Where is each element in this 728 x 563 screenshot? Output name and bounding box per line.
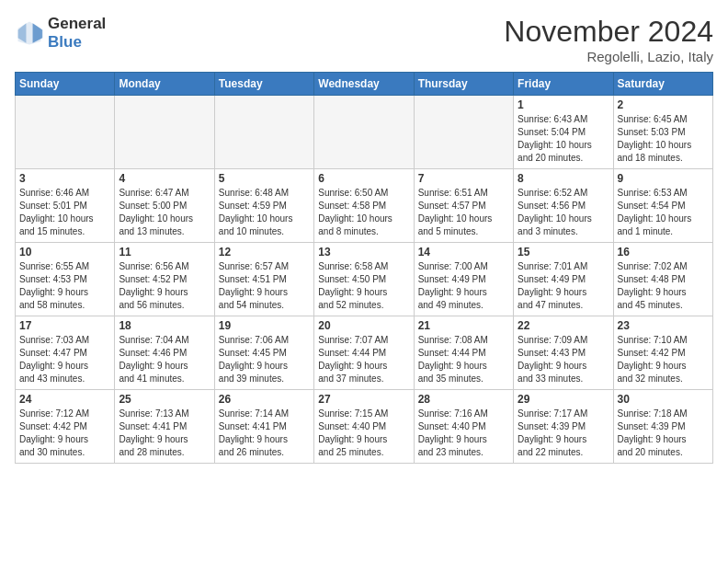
day-number: 7 [418, 172, 509, 185]
day-info: Sunrise: 7:17 AM Sunset: 4:39 PM Dayligh… [518, 408, 609, 459]
calendar-cell: 10Sunrise: 6:55 AM Sunset: 4:53 PM Dayli… [16, 243, 115, 316]
day-number: 13 [318, 246, 409, 259]
day-number: 16 [618, 246, 709, 259]
day-info: Sunrise: 7:12 AM Sunset: 4:42 PM Dayligh… [19, 408, 110, 459]
day-number: 3 [19, 172, 110, 185]
weekday-header-wednesday: Wednesday [314, 73, 414, 96]
day-info: Sunrise: 7:18 AM Sunset: 4:39 PM Dayligh… [618, 408, 709, 459]
logo: General Blue [15, 15, 106, 52]
day-info: Sunrise: 6:48 AM Sunset: 4:59 PM Dayligh… [219, 187, 310, 238]
day-info: Sunrise: 6:45 AM Sunset: 5:03 PM Dayligh… [618, 113, 709, 165]
weekday-header-monday: Monday [115, 73, 214, 96]
title-block: November 2024 Regolelli, Lazio, Italy [504, 15, 713, 64]
weekday-header-thursday: Thursday [414, 73, 513, 96]
logo-text: General Blue [48, 15, 106, 52]
calendar-cell: 23Sunrise: 7:10 AM Sunset: 4:42 PM Dayli… [613, 316, 712, 390]
day-number: 22 [518, 319, 609, 332]
day-info: Sunrise: 7:16 AM Sunset: 4:40 PM Dayligh… [418, 408, 509, 459]
day-info: Sunrise: 7:14 AM Sunset: 4:41 PM Dayligh… [219, 408, 310, 459]
day-number: 11 [119, 246, 210, 259]
weekday-header-sunday: Sunday [16, 73, 115, 96]
weekday-header-row: SundayMondayTuesdayWednesdayThursdayFrid… [16, 73, 713, 96]
day-number: 24 [19, 393, 110, 406]
day-info: Sunrise: 6:52 AM Sunset: 4:56 PM Dayligh… [518, 187, 609, 238]
day-number: 1 [518, 98, 609, 111]
calendar-cell: 28Sunrise: 7:16 AM Sunset: 4:40 PM Dayli… [414, 390, 513, 464]
calendar-cell: 26Sunrise: 7:14 AM Sunset: 4:41 PM Dayli… [214, 390, 313, 464]
calendar-cell: 8Sunrise: 6:52 AM Sunset: 4:56 PM Daylig… [514, 169, 613, 243]
week-row-1: 1Sunrise: 6:43 AM Sunset: 5:04 PM Daylig… [16, 96, 713, 169]
calendar-cell [214, 96, 313, 169]
page-header: General Blue November 2024 Regolelli, La… [15, 15, 713, 64]
day-number: 28 [418, 393, 509, 406]
day-info: Sunrise: 7:00 AM Sunset: 4:49 PM Dayligh… [418, 260, 509, 312]
calendar-cell [414, 96, 513, 169]
calendar-cell: 29Sunrise: 7:17 AM Sunset: 4:39 PM Dayli… [514, 390, 613, 464]
day-info: Sunrise: 7:01 AM Sunset: 4:49 PM Dayligh… [518, 260, 609, 312]
calendar-cell: 16Sunrise: 7:02 AM Sunset: 4:48 PM Dayli… [613, 243, 712, 316]
weekday-header-friday: Friday [514, 73, 613, 96]
day-number: 6 [318, 172, 409, 185]
calendar-cell: 22Sunrise: 7:09 AM Sunset: 4:43 PM Dayli… [514, 316, 613, 390]
day-info: Sunrise: 7:04 AM Sunset: 4:46 PM Dayligh… [119, 334, 210, 385]
day-number: 29 [518, 393, 609, 406]
calendar-table: SundayMondayTuesdayWednesdayThursdayFrid… [15, 72, 713, 464]
day-info: Sunrise: 6:56 AM Sunset: 4:52 PM Dayligh… [119, 260, 210, 312]
day-number: 9 [618, 172, 709, 185]
day-info: Sunrise: 6:43 AM Sunset: 5:04 PM Dayligh… [518, 113, 609, 165]
day-number: 8 [518, 172, 609, 185]
day-number: 14 [418, 246, 509, 259]
calendar-cell [16, 96, 115, 169]
calendar-cell: 12Sunrise: 6:57 AM Sunset: 4:51 PM Dayli… [214, 243, 313, 316]
calendar-cell: 4Sunrise: 6:47 AM Sunset: 5:00 PM Daylig… [115, 169, 214, 243]
day-number: 20 [318, 319, 409, 332]
day-info: Sunrise: 7:02 AM Sunset: 4:48 PM Dayligh… [618, 260, 709, 312]
day-number: 30 [618, 393, 709, 406]
week-row-4: 17Sunrise: 7:03 AM Sunset: 4:47 PM Dayli… [16, 316, 713, 390]
week-row-2: 3Sunrise: 6:46 AM Sunset: 5:01 PM Daylig… [16, 169, 713, 243]
day-info: Sunrise: 7:07 AM Sunset: 4:44 PM Dayligh… [318, 334, 409, 385]
calendar-cell: 14Sunrise: 7:00 AM Sunset: 4:49 PM Dayli… [414, 243, 513, 316]
day-info: Sunrise: 6:57 AM Sunset: 4:51 PM Dayligh… [219, 260, 310, 312]
svg-marker-1 [33, 24, 43, 43]
day-number: 21 [418, 319, 509, 332]
calendar-cell: 5Sunrise: 6:48 AM Sunset: 4:59 PM Daylig… [214, 169, 313, 243]
calendar-cell [314, 96, 414, 169]
location: Regolelli, Lazio, Italy [504, 49, 713, 64]
day-number: 17 [19, 319, 110, 332]
calendar-cell: 27Sunrise: 7:15 AM Sunset: 4:40 PM Dayli… [314, 390, 414, 464]
day-number: 15 [518, 246, 609, 259]
calendar-cell: 25Sunrise: 7:13 AM Sunset: 4:41 PM Dayli… [115, 390, 214, 464]
day-number: 25 [119, 393, 210, 406]
calendar-cell: 1Sunrise: 6:43 AM Sunset: 5:04 PM Daylig… [514, 96, 613, 169]
month-title: November 2024 [504, 15, 713, 49]
day-info: Sunrise: 7:13 AM Sunset: 4:41 PM Dayligh… [119, 408, 210, 459]
calendar-cell: 13Sunrise: 6:58 AM Sunset: 4:50 PM Dayli… [314, 243, 414, 316]
calendar-cell [115, 96, 214, 169]
day-info: Sunrise: 7:06 AM Sunset: 4:45 PM Dayligh… [219, 334, 310, 385]
calendar-cell: 20Sunrise: 7:07 AM Sunset: 4:44 PM Dayli… [314, 316, 414, 390]
calendar-cell: 15Sunrise: 7:01 AM Sunset: 4:49 PM Dayli… [514, 243, 613, 316]
day-info: Sunrise: 6:58 AM Sunset: 4:50 PM Dayligh… [318, 260, 409, 312]
day-info: Sunrise: 7:08 AM Sunset: 4:44 PM Dayligh… [418, 334, 509, 385]
logo-icon [15, 18, 44, 48]
weekday-header-tuesday: Tuesday [214, 73, 313, 96]
day-info: Sunrise: 6:50 AM Sunset: 4:58 PM Dayligh… [318, 187, 409, 238]
calendar-cell: 11Sunrise: 6:56 AM Sunset: 4:52 PM Dayli… [115, 243, 214, 316]
day-info: Sunrise: 6:51 AM Sunset: 4:57 PM Dayligh… [418, 187, 509, 238]
day-number: 5 [219, 172, 310, 185]
calendar-cell: 24Sunrise: 7:12 AM Sunset: 4:42 PM Dayli… [16, 390, 115, 464]
weekday-header-saturday: Saturday [613, 73, 712, 96]
calendar-cell: 9Sunrise: 6:53 AM Sunset: 4:54 PM Daylig… [613, 169, 712, 243]
day-info: Sunrise: 6:46 AM Sunset: 5:01 PM Dayligh… [19, 187, 110, 238]
day-info: Sunrise: 7:09 AM Sunset: 4:43 PM Dayligh… [518, 334, 609, 385]
calendar-cell: 30Sunrise: 7:18 AM Sunset: 4:39 PM Dayli… [613, 390, 712, 464]
calendar-cell: 3Sunrise: 6:46 AM Sunset: 5:01 PM Daylig… [16, 169, 115, 243]
day-number: 23 [618, 319, 709, 332]
day-number: 18 [119, 319, 210, 332]
day-info: Sunrise: 7:10 AM Sunset: 4:42 PM Dayligh… [618, 334, 709, 385]
day-info: Sunrise: 6:53 AM Sunset: 4:54 PM Dayligh… [618, 187, 709, 238]
calendar-cell: 18Sunrise: 7:04 AM Sunset: 4:46 PM Dayli… [115, 316, 214, 390]
day-number: 12 [219, 246, 310, 259]
calendar-cell: 17Sunrise: 7:03 AM Sunset: 4:47 PM Dayli… [16, 316, 115, 390]
